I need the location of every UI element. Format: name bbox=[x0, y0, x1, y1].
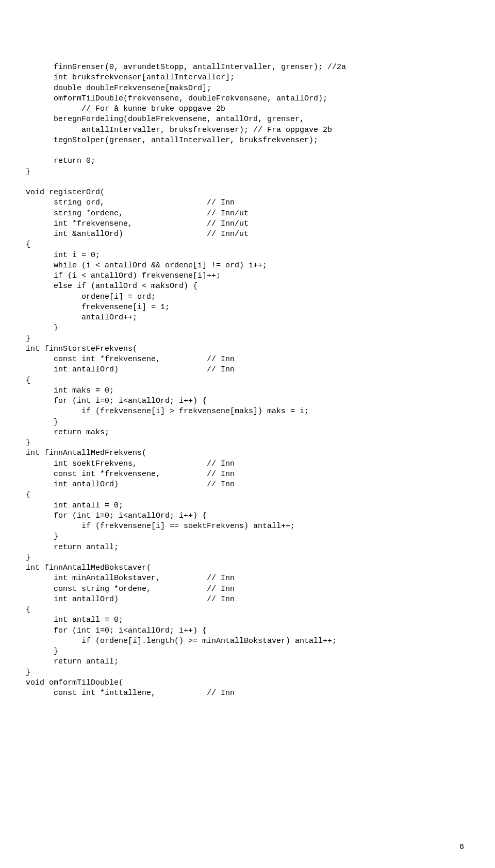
code-listing: finnGrenser(0, avrundetStopp, antallInte… bbox=[26, 62, 469, 699]
